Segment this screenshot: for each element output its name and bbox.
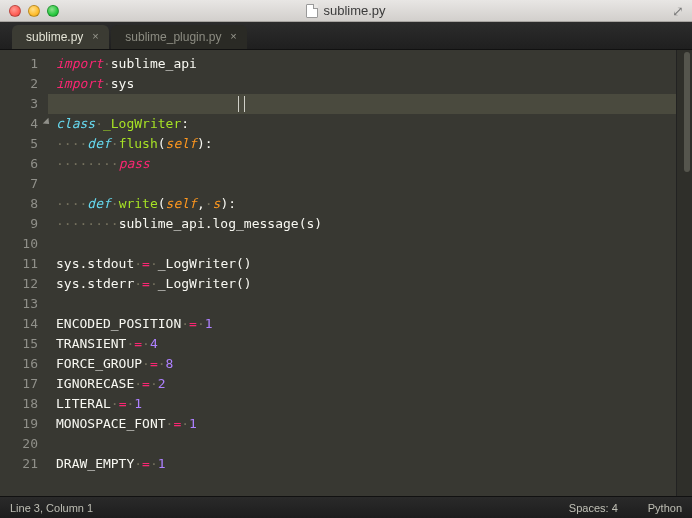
titlebar[interactable]: sublime.py ⤢ [0,0,692,22]
code-line[interactable]: LITERAL·=·1 [48,394,676,414]
line-number[interactable]: 6 [0,154,48,174]
zoom-icon[interactable] [47,5,59,17]
code-editor[interactable]: import·sublime_apiimport·sysclass·_LogWr… [48,50,676,496]
code-line[interactable]: import·sys [48,74,676,94]
status-position[interactable]: Line 3, Column 1 [10,502,93,514]
document-icon [306,4,318,18]
tab-label: sublime_plugin.py [125,30,221,44]
tab-sublime-py[interactable]: sublime.py × [12,25,109,49]
tab-bar: sublime.py × sublime_plugin.py × [0,22,692,50]
status-indent[interactable]: Spaces: 4 [569,502,618,514]
code-line[interactable]: class·_LogWriter: [48,114,676,134]
status-language[interactable]: Python [648,502,682,514]
editor-area: 123456789101112131415161718192021 import… [0,50,692,496]
text-cursor [238,96,245,112]
window-title-text: sublime.py [323,3,385,18]
code-line[interactable] [48,434,676,454]
code-line[interactable]: ENCODED_POSITION·=·1 [48,314,676,334]
tab-label: sublime.py [26,30,83,44]
line-number[interactable]: 17 [0,374,48,394]
code-line[interactable]: TRANSIENT·=·4 [48,334,676,354]
code-line[interactable]: ········sublime_api.log_message(s) [48,214,676,234]
status-bar: Line 3, Column 1 Spaces: 4 Python [0,496,692,518]
close-icon[interactable] [9,5,21,17]
minimize-icon[interactable] [28,5,40,17]
scrollbar[interactable] [676,50,692,496]
line-number[interactable]: 21 [0,454,48,474]
line-number-gutter[interactable]: 123456789101112131415161718192021 [0,50,48,496]
line-number[interactable]: 15 [0,334,48,354]
line-number[interactable]: 2 [0,74,48,94]
code-line[interactable]: FORCE_GROUP·=·8 [48,354,676,374]
code-line[interactable]: sys.stderr·=·_LogWriter() [48,274,676,294]
line-number[interactable]: 13 [0,294,48,314]
code-line[interactable]: ········pass [48,154,676,174]
code-line[interactable]: IGNORECASE·=·2 [48,374,676,394]
traffic-lights [0,5,59,17]
code-line[interactable] [48,94,676,114]
tab-sublime-plugin-py[interactable]: sublime_plugin.py × [111,25,247,49]
code-line[interactable]: ····def·write(self,·s): [48,194,676,214]
line-number[interactable]: 18 [0,394,48,414]
app-window: sublime.py ⤢ sublime.py × sublime_plugin… [0,0,692,518]
line-number[interactable]: 9 [0,214,48,234]
line-number[interactable]: 10 [0,234,48,254]
line-number[interactable]: 1 [0,54,48,74]
close-icon[interactable]: × [227,30,239,42]
code-line[interactable]: import·sublime_api [48,54,676,74]
code-line[interactable] [48,234,676,254]
line-number[interactable]: 11 [0,254,48,274]
line-number[interactable]: 19 [0,414,48,434]
code-line[interactable]: MONOSPACE_FONT·=·1 [48,414,676,434]
line-number[interactable]: 5 [0,134,48,154]
line-number[interactable]: 20 [0,434,48,454]
code-line[interactable]: ····def·flush(self): [48,134,676,154]
line-number[interactable]: 16 [0,354,48,374]
code-line[interactable]: DRAW_EMPTY·=·1 [48,454,676,474]
fullscreen-icon[interactable]: ⤢ [672,4,686,18]
close-icon[interactable]: × [89,30,101,42]
line-number[interactable]: 4 [0,114,48,134]
line-number[interactable]: 7 [0,174,48,194]
code-line[interactable] [48,174,676,194]
line-number[interactable]: 3 [0,94,48,114]
window-title: sublime.py [0,3,692,18]
line-number[interactable]: 12 [0,274,48,294]
code-line[interactable] [48,294,676,314]
scrollbar-thumb[interactable] [684,52,690,172]
code-line[interactable]: sys.stdout·=·_LogWriter() [48,254,676,274]
line-number[interactable]: 14 [0,314,48,334]
line-number[interactable]: 8 [0,194,48,214]
